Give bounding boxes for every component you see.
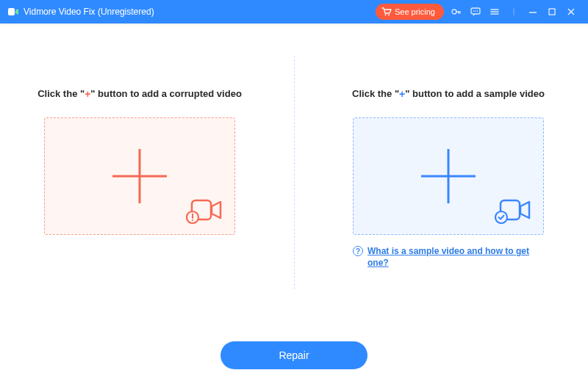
sample-video-panel: Click the "+" button to add a sample vid… [338, 44, 559, 333]
vertical-divider [294, 56, 295, 289]
svg-point-7 [477, 10, 478, 12]
svg-point-5 [473, 10, 475, 12]
svg-point-1 [384, 14, 386, 15]
sample-help-link[interactable]: What is a sample video and how to get on… [368, 245, 544, 269]
maximize-button[interactable] [542, 2, 562, 21]
plus-icon [107, 143, 173, 209]
plus-icon [415, 143, 481, 209]
corrupted-heading: Click the "+" button to add a corrupted … [37, 88, 242, 100]
svg-rect-0 [8, 8, 15, 15]
svg-point-2 [388, 14, 390, 15]
add-corrupted-video-dropzone[interactable] [44, 117, 235, 235]
sample-help-row: ? What is a sample video and how to get … [353, 245, 544, 269]
titlebar: Vidmore Video Fix (Unregistered) See pri… [0, 0, 588, 23]
svg-point-16 [192, 219, 193, 221]
see-pricing-label: See pricing [395, 7, 435, 16]
svg-rect-10 [549, 9, 555, 15]
main-area: Click the "+" button to add a corrupted … [0, 26, 588, 333]
add-sample-video-dropzone[interactable] [353, 117, 544, 235]
svg-point-6 [475, 10, 476, 12]
app-logo-icon [7, 6, 19, 18]
sample-heading: Click the "+" button to add a sample vid… [352, 88, 545, 100]
register-key-icon[interactable] [447, 2, 466, 21]
close-button[interactable] [562, 2, 581, 21]
repair-button[interactable]: Repair [220, 341, 368, 369]
cart-icon [381, 7, 392, 16]
sample-video-icon [495, 197, 533, 227]
feedback-icon[interactable] [466, 2, 485, 21]
corrupted-video-panel: Click the "+" button to add a corrupted … [29, 44, 250, 333]
corrupted-video-icon [186, 197, 224, 227]
see-pricing-button[interactable]: See pricing [376, 4, 444, 20]
separator-icon [504, 2, 523, 21]
minimize-button[interactable] [523, 2, 542, 21]
menu-icon[interactable] [485, 2, 504, 21]
help-icon: ? [353, 246, 363, 256]
app-title: Vidmore Video Fix (Unregistered) [24, 7, 154, 17]
footer: Repair [0, 341, 588, 369]
